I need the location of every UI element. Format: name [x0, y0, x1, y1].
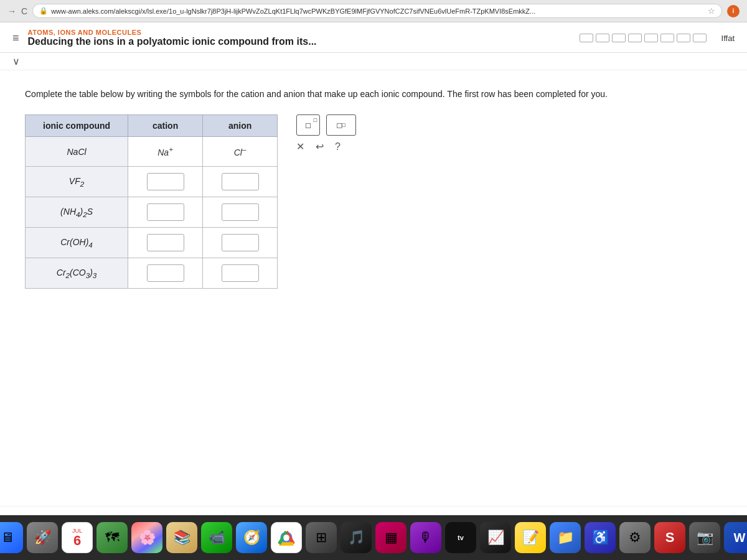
progress-box-4	[628, 34, 642, 42]
widget-cation-box[interactable]: □□	[296, 114, 320, 136]
main-content: Complete the table below by writing the …	[0, 70, 747, 506]
address-bar[interactable]: 🔒 www-awn.aleks.com/alekscgi/x/lsl.exe/1…	[32, 4, 722, 18]
dock-launchpad[interactable]: 🚀	[27, 522, 58, 553]
profile-button[interactable]: i	[727, 5, 740, 17]
dock-facetime[interactable]: 📹	[201, 522, 232, 553]
anion-cell-cr2co3[interactable]	[203, 258, 278, 289]
table-row: Cr(OH)4	[26, 228, 278, 258]
anion-cell-vf2[interactable]	[203, 167, 278, 197]
compound-cell-nacl: NaCl	[26, 137, 128, 167]
progress-box-6	[660, 34, 674, 42]
progress-boxes	[580, 34, 707, 42]
cation-prefilled-nacl: Na+	[157, 147, 173, 157]
table-row: NaCl Na+ Cl–	[26, 137, 278, 167]
table-row: Cr2(CO3)3	[26, 258, 278, 289]
dock-podcast[interactable]: 🎙	[410, 522, 441, 553]
dock-accessibility[interactable]: ♿	[585, 522, 616, 553]
anion-input-cr2co3[interactable]	[222, 264, 259, 282]
dock-s-app[interactable]: S	[654, 522, 685, 553]
compound-cell-croh4: Cr(OH)4	[26, 228, 128, 258]
dock-mosaic[interactable]: ▦	[375, 522, 406, 553]
lock-icon: 🔒	[39, 7, 48, 15]
user-label: Iffat	[721, 34, 735, 43]
back-button[interactable]: →	[7, 6, 16, 16]
progress-box-7	[677, 34, 690, 42]
dock-grid[interactable]: ⊞	[306, 522, 337, 553]
widget-row-controls: ✕ ↩ ?	[296, 141, 356, 152]
col-header-anion: anion	[203, 115, 278, 137]
col-header-cation: cation	[128, 115, 203, 137]
progress-box-8	[693, 34, 707, 42]
dock-maps[interactable]: 🗺	[96, 522, 128, 553]
progress-box-3	[612, 34, 626, 42]
cation-input-nh4s[interactable]	[147, 203, 184, 221]
ionic-table: ionic compound cation anion NaCl Na+ Cl–	[25, 114, 278, 289]
cation-cell-croh4[interactable]	[128, 228, 203, 258]
cation-cell-cr2co3[interactable]	[128, 258, 203, 289]
url-text: www-awn.aleks.com/alekscgi/x/lsl.exe/1o_…	[51, 7, 535, 15]
dock-calendar[interactable]: JUL 6	[62, 522, 93, 553]
compound-cell-cr2co3: Cr2(CO3)3	[26, 258, 128, 289]
calendar-day: 6	[73, 534, 81, 548]
help-button[interactable]: ?	[335, 141, 341, 152]
col-header-compound: ionic compound	[26, 115, 128, 137]
anion-input-nh4s[interactable]	[222, 203, 259, 221]
dock-camera[interactable]: 📷	[689, 522, 720, 553]
dock-files[interactable]: 📁	[550, 522, 581, 553]
dock-safari[interactable]: 🧭	[236, 522, 267, 553]
cation-input-cr2co3[interactable]	[147, 264, 184, 282]
table-widget-wrapper: ionic compound cation anion NaCl Na+ Cl–	[25, 114, 722, 301]
anion-cell-nacl: Cl–	[203, 137, 278, 167]
cation-cell-nacl: Na+	[128, 137, 203, 167]
anion-input-croh4[interactable]	[222, 234, 259, 251]
undo-button[interactable]: ↩	[316, 141, 324, 152]
anion-prefilled-nacl: Cl–	[234, 147, 247, 157]
refresh-button[interactable]: C	[21, 6, 27, 16]
table-row: VF2	[26, 167, 278, 197]
progress-box-1	[580, 34, 593, 42]
cation-input-croh4[interactable]	[147, 234, 184, 251]
appletv-label: tv	[458, 534, 464, 541]
dock-stocks[interactable]: 📈	[480, 522, 511, 553]
app-header: ≡ ATOMS, IONS AND MOLECULES Deducing the…	[0, 22, 747, 53]
dropdown-row[interactable]: ∨	[0, 53, 747, 70]
dock-appletv[interactable]: tv	[445, 522, 476, 553]
chevron-down-icon[interactable]: ∨	[12, 56, 20, 67]
widget-row-boxes: □□ □□	[296, 114, 356, 136]
clear-button[interactable]: ✕	[296, 141, 304, 152]
page-title: Deducing the ions in a polyatomic ionic …	[28, 36, 571, 47]
progress-box-2	[596, 34, 609, 42]
cation-cell-nh4s[interactable]	[128, 197, 203, 228]
dock-music[interactable]: 🎵	[341, 522, 372, 553]
bookmark-icon[interactable]: ☆	[708, 6, 715, 16]
header-text-area: ATOMS, IONS AND MOLECULES Deducing the i…	[28, 29, 571, 47]
dock-word[interactable]: W	[724, 522, 747, 553]
browser-chrome: → C 🔒 www-awn.aleks.com/alekscgi/x/lsl.e…	[0, 0, 747, 22]
dock-settings[interactable]: ⚙	[619, 522, 651, 553]
anion-cell-nh4s[interactable]	[203, 197, 278, 228]
compound-cell-nh4s: (NH4)2S	[26, 197, 128, 228]
dock-books[interactable]: 📚	[166, 522, 197, 553]
instruction-text: Complete the table below by writing the …	[25, 88, 722, 101]
dock-photos[interactable]: 🌸	[131, 522, 162, 553]
anion-cell-croh4[interactable]	[203, 228, 278, 258]
widget-anion-box[interactable]: □□	[326, 114, 356, 136]
input-widget: □□ □□ ✕ ↩ ?	[296, 114, 356, 152]
table-row: (NH4)2S	[26, 197, 278, 228]
dock-bar: 🖥 🚀 JUL 6 🗺 🌸 📚 📹 🧭 ⊞ 🎵 ▦ 🎙 tv 📈 📝 📁 ♿ ⚙…	[0, 515, 747, 560]
svg-point-4	[283, 534, 289, 541]
hamburger-menu[interactable]: ≡	[12, 32, 19, 45]
module-label: ATOMS, IONS AND MOLECULES	[28, 29, 571, 36]
dock-chrome[interactable]	[271, 522, 302, 553]
cation-input-vf2[interactable]	[147, 173, 184, 190]
dock-notes[interactable]: 📝	[515, 522, 546, 553]
cation-cell-vf2[interactable]	[128, 167, 203, 197]
dock-finder[interactable]: 🖥	[0, 522, 23, 553]
progress-box-5	[644, 34, 658, 42]
anion-input-vf2[interactable]	[222, 173, 259, 190]
superscript-indicator: □	[314, 117, 317, 123]
compound-cell-vf2: VF2	[26, 167, 128, 197]
